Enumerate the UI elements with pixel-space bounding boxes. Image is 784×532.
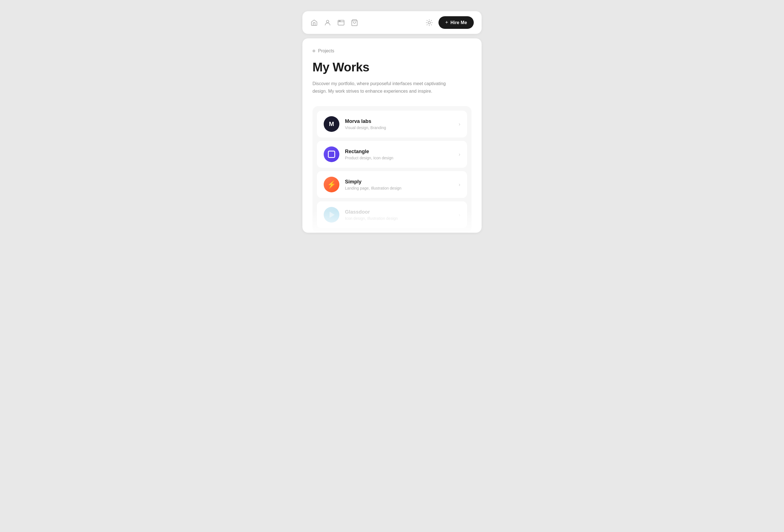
glassdoor-logo xyxy=(324,207,339,223)
morva-info: Morva labs Visual design, Branding xyxy=(345,118,453,130)
rectangle-logo-inner xyxy=(328,151,335,158)
bolt-icon: ⚡ xyxy=(327,180,336,189)
glassdoor-chevron: › xyxy=(459,212,460,218)
rectangle-logo xyxy=(324,146,339,162)
home-icon[interactable] xyxy=(310,19,318,27)
project-item-glassdoor[interactable]: Glassdoor Icon design, Illustration desi… xyxy=(317,201,467,228)
svg-point-0 xyxy=(327,20,329,23)
glassdoor-info: Glassdoor Icon design, Illustration desi… xyxy=(345,209,453,221)
page-description: Discover my portfolio, where purposeful … xyxy=(312,80,458,95)
sun-icon[interactable] xyxy=(426,19,433,26)
morva-chevron: › xyxy=(459,121,460,127)
morva-name: Morva labs xyxy=(345,118,453,124)
nav-right: + Hire Me xyxy=(426,16,474,29)
main-card: Projects My Works Discover my portfolio,… xyxy=(302,38,482,233)
svg-line-10 xyxy=(431,24,432,25)
rectangle-info: Rectangle Product design, Icon design xyxy=(345,149,453,160)
project-item-simply[interactable]: ⚡ Simply Landing page, Illustration desi… xyxy=(317,171,467,198)
section-dot xyxy=(312,50,315,52)
projects-list: M Morva labs Visual design, Branding › R… xyxy=(312,106,472,233)
person-icon[interactable] xyxy=(324,19,332,27)
morva-logo: M xyxy=(324,116,339,132)
simply-name: Simply xyxy=(345,179,453,185)
svg-point-3 xyxy=(339,21,340,21)
svg-point-4 xyxy=(340,21,340,21)
simply-chevron: › xyxy=(459,182,460,188)
simply-info: Simply Landing page, Illustration design xyxy=(345,179,453,190)
section-label-text: Projects xyxy=(318,49,334,54)
section-label: Projects xyxy=(312,49,472,54)
svg-line-9 xyxy=(427,20,427,21)
morva-tags: Visual design, Branding xyxy=(345,125,453,130)
svg-point-6 xyxy=(428,21,431,24)
glassdoor-tags: Icon design, Illustration design xyxy=(345,216,453,221)
rectangle-name: Rectangle xyxy=(345,149,453,155)
hire-me-button[interactable]: + Hire Me xyxy=(439,16,474,29)
plus-icon: + xyxy=(445,20,448,26)
simply-logo: ⚡ xyxy=(324,177,339,192)
page-wrapper: + Hire Me Projects My Works Discover my … xyxy=(302,11,482,233)
play-icon xyxy=(330,212,335,218)
hire-me-label: Hire Me xyxy=(450,20,467,25)
rectangle-chevron: › xyxy=(459,151,460,157)
page-title: My Works xyxy=(312,60,472,74)
glassdoor-name: Glassdoor xyxy=(345,209,453,215)
project-item-morva[interactable]: M Morva labs Visual design, Branding › xyxy=(317,111,467,138)
navbar: + Hire Me xyxy=(302,11,482,34)
svg-line-13 xyxy=(427,24,427,25)
bag-icon[interactable] xyxy=(351,19,358,27)
project-item-rectangle[interactable]: Rectangle Product design, Icon design › xyxy=(317,141,467,168)
browser-icon[interactable] xyxy=(337,19,345,27)
rectangle-tags: Product design, Icon design xyxy=(345,156,453,160)
svg-line-14 xyxy=(431,20,432,21)
nav-icons xyxy=(310,19,358,27)
simply-tags: Landing page, Illustration design xyxy=(345,186,453,190)
projects-wrapper: M Morva labs Visual design, Branding › R… xyxy=(312,106,472,233)
